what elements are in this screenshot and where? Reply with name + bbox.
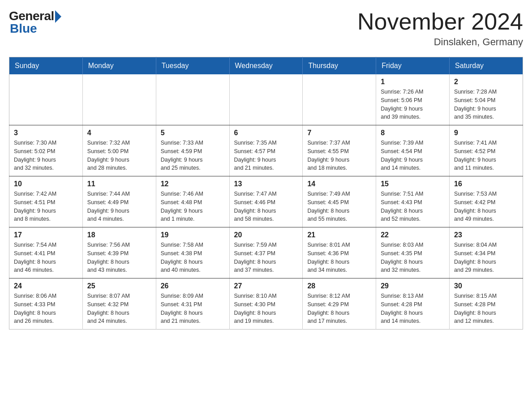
day-info: Sunrise: 7:46 AMSunset: 4:48 PMDaylight:…	[161, 190, 225, 223]
calendar-subtitle: Dinslaken, Germany	[357, 36, 523, 48]
calendar-week-row: 17Sunrise: 7:54 AMSunset: 4:41 PMDayligh…	[9, 227, 523, 278]
calendar-cell: 19Sunrise: 7:58 AMSunset: 4:38 PMDayligh…	[156, 227, 229, 278]
calendar-cell: 25Sunrise: 8:07 AMSunset: 4:32 PMDayligh…	[82, 278, 156, 330]
calendar-cell: 24Sunrise: 8:06 AMSunset: 4:33 PMDayligh…	[9, 278, 83, 330]
calendar-week-row: 24Sunrise: 8:06 AMSunset: 4:33 PMDayligh…	[9, 278, 523, 330]
day-number: 16	[454, 180, 518, 188]
day-number: 14	[307, 180, 371, 188]
day-info: Sunrise: 7:58 AMSunset: 4:38 PMDaylight:…	[161, 241, 225, 274]
calendar-cell: 27Sunrise: 8:10 AMSunset: 4:30 PMDayligh…	[229, 278, 303, 330]
calendar-cell: 28Sunrise: 8:12 AMSunset: 4:29 PMDayligh…	[303, 278, 376, 330]
page-header: General Blue November 2024 Dinslaken, Ge…	[9, 9, 523, 48]
calendar-cell: 4Sunrise: 7:32 AMSunset: 5:00 PMDaylight…	[82, 125, 156, 176]
calendar-header-tuesday: Tuesday	[156, 57, 229, 75]
calendar-cell: 2Sunrise: 7:28 AMSunset: 5:04 PMDaylight…	[450, 74, 523, 125]
day-info: Sunrise: 8:03 AMSunset: 4:35 PMDaylight:…	[381, 241, 445, 274]
day-info: Sunrise: 7:37 AMSunset: 4:55 PMDaylight:…	[307, 139, 371, 172]
calendar-cell: 22Sunrise: 8:03 AMSunset: 4:35 PMDayligh…	[376, 227, 450, 278]
calendar-cell: 9Sunrise: 7:41 AMSunset: 4:52 PMDaylight…	[450, 125, 523, 176]
day-info: Sunrise: 8:04 AMSunset: 4:34 PMDaylight:…	[454, 241, 518, 274]
calendar-cell: 29Sunrise: 8:13 AMSunset: 4:28 PMDayligh…	[376, 278, 450, 330]
calendar-header-thursday: Thursday	[303, 57, 376, 75]
day-number: 2	[454, 78, 518, 86]
calendar-cell: 1Sunrise: 7:26 AMSunset: 5:06 PMDaylight…	[376, 74, 450, 125]
day-info: Sunrise: 8:15 AMSunset: 4:28 PMDaylight:…	[454, 292, 518, 325]
day-number: 27	[234, 282, 298, 290]
day-info: Sunrise: 8:01 AMSunset: 4:36 PMDaylight:…	[307, 241, 371, 274]
day-info: Sunrise: 7:30 AMSunset: 5:02 PMDaylight:…	[14, 139, 78, 172]
day-info: Sunrise: 7:59 AMSunset: 4:37 PMDaylight:…	[234, 241, 298, 274]
logo-arrow-icon	[55, 10, 61, 23]
calendar-cell: 13Sunrise: 7:47 AMSunset: 4:46 PMDayligh…	[229, 176, 303, 227]
calendar-cell: 8Sunrise: 7:39 AMSunset: 4:54 PMDaylight…	[376, 125, 450, 176]
calendar-header-sunday: Sunday	[9, 57, 83, 75]
calendar-header-row: SundayMondayTuesdayWednesdayThursdayFrid…	[9, 57, 523, 75]
day-info: Sunrise: 8:09 AMSunset: 4:31 PMDaylight:…	[161, 292, 225, 325]
calendar-header-saturday: Saturday	[450, 57, 523, 75]
day-info: Sunrise: 7:39 AMSunset: 4:54 PMDaylight:…	[381, 139, 445, 172]
day-number: 12	[161, 180, 225, 188]
day-info: Sunrise: 7:47 AMSunset: 4:46 PMDaylight:…	[234, 190, 298, 223]
day-info: Sunrise: 7:41 AMSunset: 4:52 PMDaylight:…	[454, 139, 518, 172]
calendar-cell: 16Sunrise: 7:53 AMSunset: 4:42 PMDayligh…	[450, 176, 523, 227]
calendar-header-monday: Monday	[82, 57, 156, 75]
calendar-table: SundayMondayTuesdayWednesdayThursdayFrid…	[9, 57, 523, 330]
logo: General Blue	[9, 9, 61, 36]
calendar-cell: 7Sunrise: 7:37 AMSunset: 4:55 PMDaylight…	[303, 125, 376, 176]
calendar-header-wednesday: Wednesday	[229, 57, 303, 75]
day-number: 11	[87, 180, 151, 188]
day-number: 19	[161, 231, 225, 239]
day-number: 28	[307, 282, 371, 290]
calendar-cell: 14Sunrise: 7:49 AMSunset: 4:45 PMDayligh…	[303, 176, 376, 227]
calendar-cell: 21Sunrise: 8:01 AMSunset: 4:36 PMDayligh…	[303, 227, 376, 278]
calendar-cell	[229, 74, 303, 125]
calendar-cell	[9, 74, 83, 125]
calendar-cell: 26Sunrise: 8:09 AMSunset: 4:31 PMDayligh…	[156, 278, 229, 330]
calendar-week-row: 3Sunrise: 7:30 AMSunset: 5:02 PMDaylight…	[9, 125, 523, 176]
calendar-cell: 15Sunrise: 7:51 AMSunset: 4:43 PMDayligh…	[376, 176, 450, 227]
day-info: Sunrise: 7:54 AMSunset: 4:41 PMDaylight:…	[14, 241, 78, 274]
day-info: Sunrise: 7:51 AMSunset: 4:43 PMDaylight:…	[381, 190, 445, 223]
day-info: Sunrise: 8:10 AMSunset: 4:30 PMDaylight:…	[234, 292, 298, 325]
day-number: 7	[307, 129, 371, 137]
calendar-cell	[156, 74, 229, 125]
day-number: 8	[381, 129, 445, 137]
day-info: Sunrise: 8:13 AMSunset: 4:28 PMDaylight:…	[381, 292, 445, 325]
calendar-cell	[82, 74, 156, 125]
day-number: 25	[87, 282, 151, 290]
day-info: Sunrise: 7:53 AMSunset: 4:42 PMDaylight:…	[454, 190, 518, 223]
day-info: Sunrise: 7:28 AMSunset: 5:04 PMDaylight:…	[454, 88, 518, 121]
title-block: November 2024 Dinslaken, Germany	[357, 9, 523, 48]
day-number: 1	[381, 78, 445, 86]
calendar-cell: 11Sunrise: 7:44 AMSunset: 4:49 PMDayligh…	[82, 176, 156, 227]
day-number: 21	[307, 231, 371, 239]
day-number: 4	[87, 129, 151, 137]
logo-blue-text: Blue	[10, 21, 37, 36]
day-number: 29	[381, 282, 445, 290]
day-info: Sunrise: 7:42 AMSunset: 4:51 PMDaylight:…	[14, 190, 78, 223]
day-number: 23	[454, 231, 518, 239]
day-info: Sunrise: 7:33 AMSunset: 4:59 PMDaylight:…	[161, 139, 225, 172]
day-info: Sunrise: 7:56 AMSunset: 4:39 PMDaylight:…	[87, 241, 151, 274]
day-number: 18	[87, 231, 151, 239]
day-info: Sunrise: 7:44 AMSunset: 4:49 PMDaylight:…	[87, 190, 151, 223]
day-number: 20	[234, 231, 298, 239]
day-number: 9	[454, 129, 518, 137]
day-number: 15	[381, 180, 445, 188]
day-number: 6	[234, 129, 298, 137]
calendar-cell: 12Sunrise: 7:46 AMSunset: 4:48 PMDayligh…	[156, 176, 229, 227]
day-info: Sunrise: 7:49 AMSunset: 4:45 PMDaylight:…	[307, 190, 371, 223]
day-number: 13	[234, 180, 298, 188]
day-info: Sunrise: 7:32 AMSunset: 5:00 PMDaylight:…	[87, 139, 151, 172]
calendar-cell: 10Sunrise: 7:42 AMSunset: 4:51 PMDayligh…	[9, 176, 83, 227]
calendar-week-row: 10Sunrise: 7:42 AMSunset: 4:51 PMDayligh…	[9, 176, 523, 227]
day-info: Sunrise: 8:07 AMSunset: 4:32 PMDaylight:…	[87, 292, 151, 325]
calendar-cell: 17Sunrise: 7:54 AMSunset: 4:41 PMDayligh…	[9, 227, 83, 278]
calendar-cell: 18Sunrise: 7:56 AMSunset: 4:39 PMDayligh…	[82, 227, 156, 278]
calendar-cell: 20Sunrise: 7:59 AMSunset: 4:37 PMDayligh…	[229, 227, 303, 278]
day-info: Sunrise: 8:06 AMSunset: 4:33 PMDaylight:…	[14, 292, 78, 325]
calendar-header-friday: Friday	[376, 57, 450, 75]
day-number: 3	[14, 129, 78, 137]
day-number: 30	[454, 282, 518, 290]
day-number: 26	[161, 282, 225, 290]
